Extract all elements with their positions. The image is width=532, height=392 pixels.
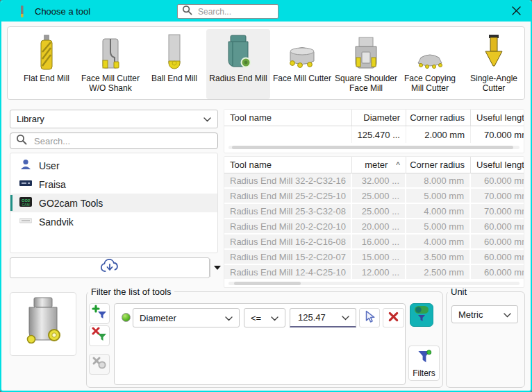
cell-tool-name: Radius End Mill 20-2-C20-10 <box>224 219 352 233</box>
filter-groupbox-title: Filter the list of tools <box>88 287 174 297</box>
tool-type-flat-end-mill[interactable]: Flat End Mill <box>15 29 78 99</box>
selected-tool-row[interactable]: 125.470 ...2.000 mm70.000 mm <box>224 126 524 143</box>
library-item-sandvik[interactable]: Sandvik <box>10 212 217 231</box>
column-header-diameter[interactable]: meter^ <box>352 157 406 173</box>
spec-cell-tool-name <box>224 126 352 143</box>
face-copying-mill-cutter-icon <box>413 31 447 71</box>
chevron-down-icon <box>203 114 211 124</box>
radius-end-mill-preview-image <box>17 295 69 353</box>
cell-corner-radius: 5.000 mm <box>406 219 471 233</box>
spec-h-scrollbar <box>228 146 519 149</box>
search-icon <box>182 5 192 18</box>
library-item-fraisa[interactable]: Fraisa <box>10 175 217 194</box>
flat-end-mill-icon <box>35 31 58 71</box>
radius-end-mill-icon <box>222 31 254 71</box>
tool-type-label: Face Copying Mill Cutter <box>398 74 462 94</box>
fraisa-logo-icon <box>19 177 32 191</box>
chevron-down-icon <box>342 312 349 323</box>
download-options-dropdown[interactable] <box>212 257 223 278</box>
titlebar-search-input[interactable] <box>197 6 274 17</box>
filter-operator-select[interactable]: <= <box>244 308 285 327</box>
window-tool-icon <box>19 5 25 19</box>
tool-type-face-mill-cutter-w-o-shank[interactable]: Face Mill Cutter W/O Shank <box>78 29 142 99</box>
selected-tool-table-header: Tool nameDiameterCorner radiusUseful len… <box>224 110 524 126</box>
sort-ascending-icon: ^ <box>396 160 400 170</box>
filter-active-indicator <box>122 313 131 322</box>
cell-useful-length: 60.000 mm <box>471 173 524 187</box>
tool-type-label: Single-Angle Cutter <box>462 74 525 94</box>
table-row[interactable]: Radius End Mill 16-2-C16-0816.000 ...4.0… <box>224 235 524 248</box>
caret-down-icon <box>214 266 221 270</box>
table-row[interactable]: Radius End Mill 32-2-C32-1632.000 ...8.0… <box>224 173 524 187</box>
svg-text:CAM: CAM <box>22 203 29 207</box>
column-header-diameter[interactable]: Diameter <box>352 110 406 126</box>
clear-filters-button[interactable] <box>89 354 110 375</box>
cell-tool-name: Radius End Mill 12-4-C25-10 <box>224 265 352 279</box>
tool-type-radius-end-mill[interactable]: Radius End Mill <box>206 29 270 99</box>
unit-value: Metric <box>458 309 483 320</box>
sandvik-logo-icon <box>19 214 32 229</box>
column-header-useful-length[interactable]: Useful length <box>471 157 524 173</box>
chevron-down-icon <box>271 313 279 323</box>
cell-corner-radius: 4.000 mm <box>406 204 471 218</box>
tool-type-face-copying-mill-cutter[interactable]: Face Copying Mill Cutter <box>398 29 462 99</box>
face-mill-cutter-icon <box>285 31 319 71</box>
column-header-corner-radius[interactable]: Corner radius <box>406 157 471 173</box>
table-row[interactable]: Radius End Mill 20-2-C20-1020.000 ...5.0… <box>224 219 524 233</box>
column-header-corner-radius[interactable]: Corner radius <box>406 110 471 126</box>
tool-type-label: Square Shoulder Face Mill <box>334 74 398 94</box>
cell-useful-length: 60.000 mm <box>471 265 524 279</box>
cell-useful-length: 70.000 mm <box>471 204 524 218</box>
library-item-user[interactable]: User <box>10 156 217 175</box>
cell-corner-radius: 4.000 mm <box>406 235 471 248</box>
unit-groupbox: Unit <box>446 287 525 388</box>
delete-filter-row-button[interactable] <box>383 308 404 327</box>
tool-type-face-mill-cutter[interactable]: Face Mill Cutter <box>270 29 334 99</box>
cell-useful-length: 60.000 mm <box>471 219 524 233</box>
column-header-tool-name[interactable]: Tool name <box>224 157 352 173</box>
table-row[interactable]: Radius End Mill 15-2-C20-0715.000 ...3.5… <box>224 250 524 264</box>
table-row[interactable]: Radius End Mill 12-4-C25-1012.000 ...2.5… <box>224 265 524 279</box>
tool-type-ball-end-mill[interactable]: Ball End Mill <box>142 29 206 99</box>
tool-type-square-shoulder-face-mill[interactable]: Square Shoulder Face Mill <box>334 29 398 99</box>
unit-select[interactable]: Metric <box>451 305 518 323</box>
library-selector[interactable]: Library <box>10 110 218 128</box>
table-row[interactable]: Radius End Mill 25-3-C32-0825.000 ...4.0… <box>224 204 524 218</box>
filter-toggle-button[interactable] <box>410 303 433 327</box>
filter-value-combo[interactable] <box>290 308 356 327</box>
filter-toggle-icon <box>413 304 431 326</box>
results-h-scrollbar <box>228 282 519 285</box>
add-filter-icon <box>92 305 107 323</box>
column-header-label: Corner radius <box>410 160 465 170</box>
spec-cell-useful-length: 70.000 mm <box>471 126 524 143</box>
filter-value-input[interactable] <box>297 312 338 323</box>
column-header-tool-name[interactable]: Tool name <box>224 110 352 126</box>
column-header-useful-length[interactable]: Useful length <box>471 110 524 126</box>
close-icon <box>512 6 521 18</box>
filter-field-select[interactable]: Diameter <box>133 308 240 327</box>
tool-type-single-angle-cutter[interactable]: Single-Angle Cutter <box>462 29 525 99</box>
library-item-go2cam-tools[interactable]: GO2CAMGO2cam Tools <box>10 194 217 212</box>
cell-useful-length: 60.000 mm <box>471 235 524 248</box>
choose-a-tool-dialog: Choose a tool Flat End MillFace Mill Cut… <box>0 0 532 392</box>
cell-tool-name: Radius End Mill 25-2-C25-10 <box>224 189 352 203</box>
column-header-label: Tool name <box>230 160 272 170</box>
filters-button[interactable]: Filters <box>408 346 440 381</box>
column-header-label: Tool name <box>230 112 272 123</box>
column-header-label: Useful length <box>476 160 524 170</box>
download-from-cloud-button[interactable] <box>10 257 210 278</box>
results-h-scrollbar-thumb[interactable] <box>234 282 301 285</box>
remove-filter-button[interactable] <box>89 325 110 346</box>
results-table-body: Radius End Mill 32-2-C32-1632.000 ...8.0… <box>224 173 524 279</box>
search-icon <box>16 134 27 148</box>
disabled-filter-icon <box>92 355 107 373</box>
library-selector-value: Library <box>17 114 44 124</box>
close-button[interactable] <box>506 1 526 22</box>
titlebar-search-box <box>177 4 279 19</box>
table-row[interactable]: Radius End Mill 25-2-C25-1025.000 ...5.0… <box>224 189 524 203</box>
add-filter-button[interactable] <box>89 303 110 324</box>
library-search-input[interactable] <box>33 135 212 147</box>
cell-tool-name: Radius End Mill 32-2-C32-16 <box>224 173 352 187</box>
pick-value-button[interactable] <box>359 308 380 327</box>
spec-h-scrollbar-thumb[interactable] <box>232 146 513 149</box>
